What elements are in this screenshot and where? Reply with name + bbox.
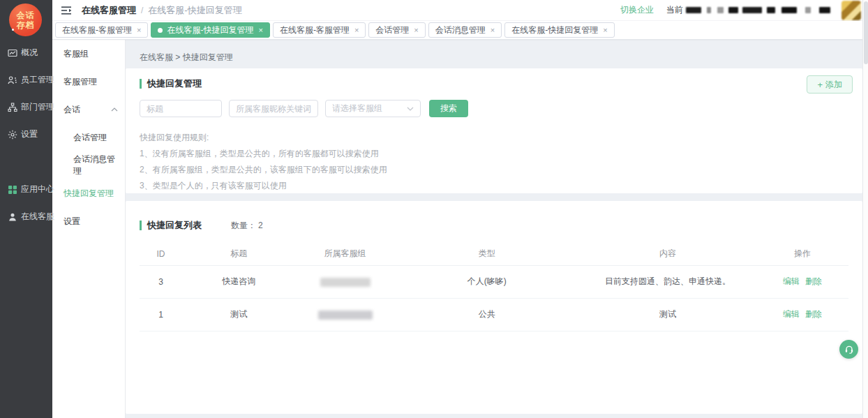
floating-service-button[interactable]	[839, 340, 858, 359]
tab-label: 会话管理	[375, 24, 409, 36]
rule-item-3: 3、类型是个人的，只有该客服可以使用	[140, 178, 387, 194]
logo-text-line2: 存档	[17, 20, 35, 30]
delete-link[interactable]: 删除	[805, 309, 822, 319]
rules-title: 快捷回复使用规则:	[140, 130, 387, 146]
nav-department-management-label: 部门管理	[21, 101, 54, 113]
edit-link[interactable]: 编辑	[783, 276, 800, 286]
sidebar-item-label: 客服组	[63, 48, 89, 60]
tab-quick-reply-management-active[interactable]: 在线客服-快捷回复管理 ×	[151, 22, 269, 38]
sidebar-item-agent-groups[interactable]: 客服组	[52, 40, 125, 68]
cell-group-redacted	[296, 298, 395, 331]
edit-link[interactable]: 编辑	[783, 309, 800, 319]
count-label: 数量：	[231, 221, 256, 230]
cell-actions: 编辑删除	[756, 298, 848, 331]
quick-reply-list-panel: 快捷回复列表 数量：2 ID 标题 所属客服组 类型 内容 操作 3	[126, 201, 862, 414]
list-count: 数量：2	[231, 220, 263, 232]
rule-item-1: 1、没有所属客服组，类型是公共的，所有的客服都可以搜索使用	[140, 146, 387, 162]
tab-session-message-management[interactable]: 会话消息管理 ×	[428, 22, 502, 38]
sidebar-item-session-management[interactable]: 会话管理	[52, 124, 125, 151]
col-header-type: 类型	[395, 243, 579, 265]
tab-close-icon[interactable]: ×	[414, 27, 418, 34]
quick-reply-management-panel: 快捷回复管理 + 添加 请选择客服组 搜索 快捷回复使用规则: 1、没有所属客服…	[126, 68, 862, 193]
tab-close-icon[interactable]: ×	[603, 27, 607, 34]
list-title: 快捷回复列表	[140, 219, 202, 232]
breadcrumb-separator: /	[141, 6, 143, 15]
nav-app-center[interactable]: 应用中心	[0, 176, 52, 203]
col-header-id: ID	[140, 243, 182, 265]
apps-grid-icon	[8, 185, 17, 195]
scrollbar-thumb[interactable]	[864, 1, 868, 64]
search-form: 请选择客服组 搜索	[140, 100, 468, 117]
tab-session-management[interactable]: 会话管理 ×	[368, 22, 425, 38]
table-header-row: ID 标题 所属客服组 类型 内容 操作	[140, 243, 848, 265]
breadcrumb-current: 在线客服-快捷回复管理	[148, 4, 241, 17]
customer-service-icon	[8, 212, 17, 222]
tab-agent-management-2[interactable]: 在线客服-客服管理 ×	[273, 22, 366, 38]
tab-quick-reply-management-2[interactable]: 在线客服-快捷回复管理 ×	[504, 22, 614, 38]
nav-settings[interactable]: 设置	[0, 121, 52, 148]
group-select[interactable]: 请选择客服组	[325, 100, 421, 117]
primary-sidebar: 会话 存档 概况 员工管理 部门管理 设置	[0, 0, 52, 418]
chevron-down-icon	[407, 107, 414, 111]
tab-label: 在线客服-客服管理	[280, 24, 350, 36]
add-button[interactable]: + 添加	[807, 75, 853, 94]
quick-reply-table: ID 标题 所属客服组 类型 内容 操作 3 快递咨询 个人(哆哆) 目前支持圆…	[140, 243, 848, 331]
tab-close-icon[interactable]: ×	[354, 27, 359, 34]
sidebar-item-label: 会话消息管理	[73, 154, 118, 177]
cell-actions: 编辑删除	[756, 265, 848, 298]
col-header-content: 内容	[579, 243, 756, 265]
nav-staff-management[interactable]: 员工管理	[0, 66, 52, 94]
top-header: 在线客服管理 / 在线客服-快捷回复管理 切换企业 当前	[52, 0, 868, 21]
nav-department-management[interactable]: 部门管理	[0, 94, 52, 121]
breadcrumb: 在线客服管理 / 在线客服-快捷回复管理	[82, 4, 242, 17]
logo-text-line1: 会话	[17, 10, 35, 20]
nickname-search-input[interactable]	[229, 100, 318, 117]
nav-staff-management-label: 员工管理	[21, 74, 54, 86]
sidebar-item-session-group[interactable]: 会话	[52, 96, 125, 124]
tab-label: 在线客服-快捷回复管理	[167, 24, 253, 36]
title-search-input[interactable]	[140, 100, 222, 117]
cell-content: 目前支持圆通、韵达、申通快递。	[579, 265, 756, 298]
table-row: 3 快递咨询 个人(哆哆) 目前支持圆通、韵达、申通快递。 编辑删除	[140, 265, 848, 298]
sidebar-item-session-message-management[interactable]: 会话消息管理	[52, 151, 125, 179]
tab-label: 在线客服-快捷回复管理	[511, 24, 598, 36]
overview-icon	[8, 48, 17, 58]
group-select-placeholder: 请选择客服组	[332, 103, 382, 114]
panel-title: 快捷回复管理	[140, 77, 202, 90]
current-company-redacted-text	[686, 7, 830, 13]
sidebar-item-agent-management[interactable]: 客服管理	[52, 68, 125, 96]
redacted-block	[320, 278, 371, 287]
main-content: 在线客服 > 快捷回复管理 快捷回复管理 + 添加 请选择客服组 搜索 快捷回复…	[126, 40, 862, 418]
active-tab-dot	[158, 28, 163, 33]
breadcrumb-root[interactable]: 在线客服管理	[82, 4, 136, 17]
sidebar-fold-icon[interactable]	[61, 5, 73, 16]
switch-company-link[interactable]: 切换企业	[620, 4, 654, 16]
cell-type: 公共	[395, 298, 579, 331]
page-breadcrumb: 在线客服 > 快捷回复管理	[140, 52, 233, 64]
tab-agent-management-1[interactable]: 在线客服-客服管理 ×	[55, 22, 148, 38]
sidebar-item-settings[interactable]: 设置	[52, 207, 125, 235]
sidebar-item-label: 设置	[63, 216, 80, 227]
search-button[interactable]: 搜索	[429, 100, 468, 117]
nav-online-service[interactable]: 在线客服	[0, 203, 52, 230]
nav-online-service-label: 在线客服	[21, 211, 54, 223]
table-row: 1 测试 公共 测试 编辑删除	[140, 298, 848, 331]
nav-settings-label: 设置	[21, 128, 38, 140]
sidebar-item-quick-reply-management[interactable]: 快捷回复管理	[52, 179, 125, 207]
vertical-scrollbar[interactable]	[862, 0, 868, 418]
list-title-text: 快捷回复列表	[147, 219, 202, 232]
rule-item-2: 2、有所属客服组，类型是公共的，该客服组下的客服可以搜索使用	[140, 162, 387, 178]
secondary-sidebar: 客服组 客服管理 会话 会话管理 会话消息管理 快捷回复管理 设置	[52, 40, 126, 418]
gear-icon	[8, 130, 17, 140]
cell-title: 测试	[182, 298, 296, 331]
plus-icon: +	[817, 80, 823, 90]
sidebar-item-label: 会话管理	[73, 132, 107, 144]
tab-close-icon[interactable]: ×	[491, 27, 495, 34]
nav-overview[interactable]: 概况	[0, 39, 52, 66]
tab-label: 会话消息管理	[435, 24, 486, 36]
tab-close-icon[interactable]: ×	[137, 27, 141, 34]
tab-close-icon[interactable]: ×	[258, 27, 262, 34]
delete-link[interactable]: 删除	[805, 276, 822, 286]
cell-content: 测试	[579, 298, 756, 331]
user-avatar[interactable]	[841, 1, 861, 20]
